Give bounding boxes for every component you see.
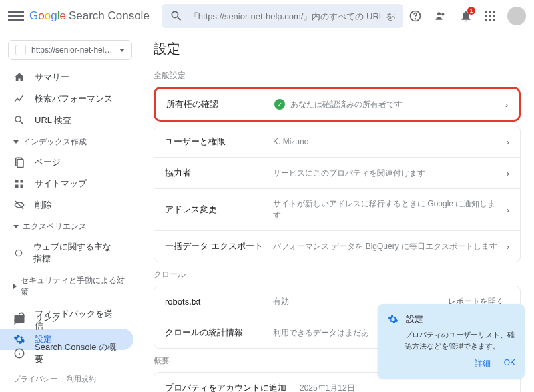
sidebar-section-experience[interactable]: エクスペリエンス — [0, 216, 140, 236]
sidebar-item-label: 削除 — [35, 199, 52, 211]
feedback-icon — [13, 314, 25, 326]
row-sub: 2025年1月12日 — [300, 383, 509, 393]
svg-rect-6 — [15, 180, 19, 183]
row-sub: K. Mizuno — [273, 137, 499, 146]
row-associations[interactable]: 協力者 サービスにこのプロパティを関連付けます › — [154, 158, 520, 189]
row-title: 所有権の確認 — [166, 98, 266, 110]
gear-icon — [387, 313, 399, 325]
svg-point-2 — [437, 12, 441, 15]
home-icon — [13, 71, 25, 83]
chevron-down-icon — [119, 49, 125, 52]
sidebar-item-label: ウェブに関する主な指標 — [33, 241, 120, 265]
avatar[interactable] — [507, 7, 526, 25]
sidebar-section-index[interactable]: インデックス作成 — [0, 131, 140, 152]
chevron-down-icon — [13, 140, 19, 144]
menu-icon[interactable] — [8, 8, 24, 24]
tooltip-ok-button[interactable]: OK — [504, 358, 515, 369]
people-icon[interactable] — [434, 9, 447, 23]
logo-text: Search Console — [69, 9, 150, 23]
row-sub: サイトが新しいアドレスに移行するときに Google に通知します — [273, 198, 499, 221]
removal-icon — [13, 199, 25, 211]
sidebar-item-pages[interactable]: ページ — [0, 152, 134, 173]
tooltip-detail-button[interactable]: 詳細 — [475, 358, 491, 369]
tooltip-body: プロパティのユーザーリスト、確認方法などを管理できます。 — [387, 329, 515, 351]
row-sub: ✓ あなたは確認済みの所有者です — [274, 99, 497, 110]
sidebar-item-removals[interactable]: 削除 — [0, 194, 134, 216]
sidebar-item-label: 検索パフォーマンス — [35, 93, 113, 105]
sidebar-item-cwv[interactable]: ウェブに関する主な指標 — [0, 236, 134, 270]
sidebar-item-label: URL 検査 — [35, 114, 71, 126]
search-icon — [13, 114, 25, 126]
chevron-right-icon: › — [507, 168, 509, 178]
row-address[interactable]: アドレス変更 サイトが新しいアドレスに移行するときに Google に通知します… — [154, 189, 520, 231]
privacy-link[interactable]: プライバシー — [13, 374, 57, 384]
svg-rect-5 — [17, 160, 23, 168]
sidebar-item-label: Search Console の概要 — [35, 341, 120, 365]
row-title: ユーザーと権限 — [165, 136, 265, 148]
logo: Google Search Console — [29, 9, 150, 23]
chevron-down-icon — [13, 225, 19, 228]
pages-icon — [13, 156, 25, 168]
sidebar-item-about[interactable]: Search Console の概要 — [0, 337, 134, 370]
chevron-right-icon — [13, 284, 17, 289]
chevron-right-icon: › — [507, 242, 509, 252]
sidebar-item-label: サマリー — [35, 71, 69, 83]
sidebar-item-sitemaps[interactable]: サイトマップ — [0, 173, 134, 194]
chevron-right-icon: › — [507, 205, 509, 215]
chevron-right-icon: › — [507, 137, 509, 147]
sidebar-section-security[interactable]: セキュリティと手動による対策 — [0, 270, 140, 302]
main-content: 設定 全般設定 所有権の確認 ✓ あなたは確認済みの所有者です › ユーザーと権… — [140, 32, 534, 392]
row-export[interactable]: 一括データ エクスポート パフォーマンス データを BigQuery に毎日エク… — [154, 231, 520, 262]
sidebar: https://senior-net-help.... サマリー 検索パフォーマ… — [0, 32, 140, 392]
row-title: 協力者 — [165, 167, 265, 179]
notification-badge: 1 — [467, 7, 475, 15]
row-users[interactable]: ユーザーと権限 K. Mizuno › — [154, 126, 520, 158]
sitemap-icon — [13, 178, 25, 190]
svg-point-10 — [15, 250, 21, 256]
terms-link[interactable]: 利用規約 — [67, 374, 96, 384]
sidebar-item-label: ページ — [35, 156, 61, 168]
info-icon — [13, 347, 25, 359]
speed-icon — [13, 247, 24, 259]
svg-point-3 — [441, 13, 444, 15]
row-sub: パフォーマンス データを BigQuery に毎日エクスポートします — [273, 241, 499, 252]
row-sub: サービスにこのプロパティを関連付けます — [273, 168, 499, 179]
svg-rect-9 — [21, 185, 24, 188]
property-selector[interactable]: https://senior-net-help.... — [8, 40, 132, 60]
section-crawl: クロール — [154, 269, 521, 280]
tooltip-settings: 設定 プロパティのユーザーリスト、確認方法などを管理できます。 詳細 OK — [378, 304, 525, 379]
sidebar-item-summary[interactable]: サマリー — [0, 67, 134, 88]
help-icon[interactable] — [409, 9, 422, 23]
page-title: 設定 — [154, 40, 521, 58]
check-icon: ✓ — [274, 99, 285, 110]
chevron-right-icon: › — [505, 100, 508, 110]
section-general: 全般設定 — [154, 70, 521, 81]
row-title: 一括データ エクスポート — [165, 240, 265, 252]
search-input[interactable] — [190, 11, 395, 21]
sidebar-item-label: サイトマップ — [35, 178, 87, 190]
apps-icon[interactable] — [485, 11, 495, 21]
notifications-icon[interactable]: 1 — [459, 9, 473, 23]
sidebar-item-url-inspect[interactable]: URL 検査 — [0, 110, 134, 131]
svg-rect-8 — [15, 185, 19, 188]
svg-point-1 — [415, 19, 416, 19]
row-ownership-highlight: 所有権の確認 ✓ あなたは確認済みの所有者です › — [154, 87, 521, 122]
row-ownership[interactable]: 所有権の確認 ✓ あなたは確認済みの所有者です › — [156, 89, 519, 120]
svg-rect-7 — [21, 180, 24, 183]
row-title: アドレス変更 — [165, 204, 265, 216]
search-icon — [170, 9, 183, 23]
chart-icon — [13, 93, 25, 105]
property-icon — [15, 45, 26, 55]
sidebar-item-label: フィードバックを送信 — [35, 308, 120, 332]
row-title: プロパティをアカウントに追加 — [165, 382, 292, 392]
sidebar-item-feedback[interactable]: フィードバックを送信 — [0, 303, 134, 337]
row-title: robots.txt — [165, 297, 265, 307]
property-label: https://senior-net-help.... — [31, 45, 114, 55]
tooltip-title: 設定 — [406, 313, 423, 325]
search-bar[interactable] — [162, 4, 403, 28]
row-title: クロールの統計情報 — [165, 327, 265, 339]
sidebar-item-performance[interactable]: 検索パフォーマンス — [0, 88, 134, 110]
